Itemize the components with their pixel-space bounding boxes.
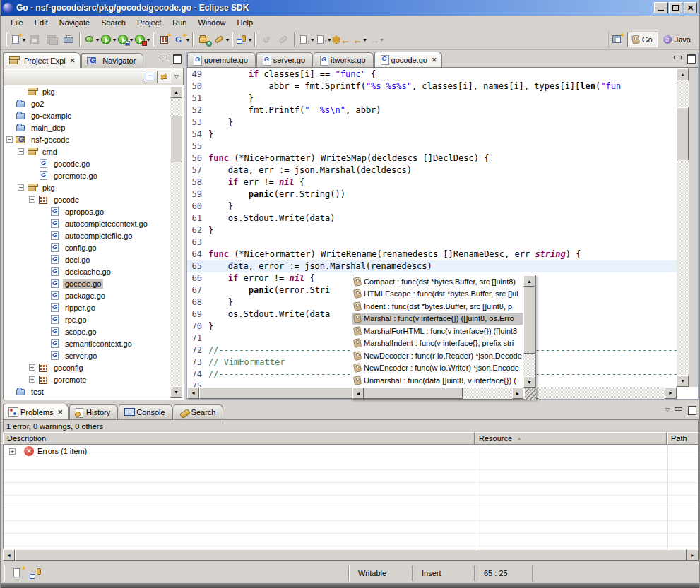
- tree-item-decl-go[interactable]: decl.go: [4, 253, 183, 265]
- annotation-status-icon[interactable]: [29, 567, 42, 580]
- tree-item-apropos-go[interactable]: apropos.go: [4, 205, 183, 217]
- popup-horizontal-scrollbar[interactable]: ◄ ►: [352, 388, 523, 399]
- open-perspective-button[interactable]: ✦: [610, 32, 625, 47]
- tree-item-goremote[interactable]: +goremote: [4, 373, 183, 385]
- scroll-down-icon[interactable]: ▼: [677, 375, 689, 387]
- code-line-49[interactable]: 49 if classes[i] == "func" {: [187, 68, 677, 80]
- refresh-button[interactable]: ↺: [259, 32, 274, 47]
- scroll-thumb[interactable]: [677, 107, 689, 160]
- completion-item[interactable]: MarshalForHTML : func(v interface{}) ([]…: [352, 325, 523, 337]
- close-icon[interactable]: ✕: [57, 409, 63, 416]
- title-bar[interactable]: Go - nsf-gocode/src/pkg/gocode/gocode.go…: [1, 0, 699, 16]
- expand-icon[interactable]: +: [29, 376, 35, 383]
- scroll-thumb[interactable]: [364, 388, 463, 399]
- save-button[interactable]: [27, 32, 42, 47]
- scroll-thumb[interactable]: [170, 116, 182, 162]
- tree-item-cmd[interactable]: −cmd: [4, 145, 183, 157]
- tree-item-scope-go[interactable]: scope.go: [4, 325, 183, 337]
- collapse-icon[interactable]: −: [6, 136, 13, 143]
- tree-item-go-example[interactable]: go-example: [4, 109, 183, 121]
- tree-item-autocompletefile-go[interactable]: autocompletefile.go: [4, 229, 183, 241]
- scroll-down-icon[interactable]: ▼: [170, 386, 182, 398]
- menu-help[interactable]: Help: [232, 17, 259, 28]
- minimize-editor-icon[interactable]: [673, 54, 682, 62]
- code-line-56[interactable]: 56func (*NiceFormatter) WriteSMap(declde…: [187, 152, 677, 164]
- completion-item[interactable]: NewDecoder : func(r io.Reader) *json.Dec…: [352, 349, 523, 362]
- completion-item[interactable]: Compact : func(dst *bytes.Buffer, src []…: [352, 275, 523, 288]
- minimize-view-icon[interactable]: [159, 54, 168, 62]
- collapse-icon[interactable]: −: [29, 196, 35, 203]
- open-resource-button[interactable]: [196, 32, 212, 47]
- scroll-left-icon[interactable]: ◄: [187, 387, 199, 399]
- completion-item[interactable]: Unmarshal : func(data []uint8, v interfa…: [352, 374, 523, 387]
- view-menu-icon[interactable]: ▽: [665, 407, 670, 413]
- collapse-all-icon[interactable]: [144, 73, 153, 81]
- collapse-icon[interactable]: −: [18, 148, 24, 155]
- table-row[interactable]: + ✕ Errors (1 item): [4, 445, 698, 457]
- expand-icon[interactable]: +: [29, 364, 35, 371]
- close-icon[interactable]: ✕: [70, 57, 76, 64]
- tree-item-gocode[interactable]: −gocode: [4, 193, 183, 205]
- collapse-icon[interactable]: −: [18, 184, 24, 191]
- scroll-down-icon[interactable]: ▼: [523, 376, 535, 388]
- maximize-view-icon[interactable]: [687, 406, 696, 414]
- code-line-59[interactable]: 59 panic(err.String()): [187, 188, 677, 200]
- scroll-up-icon[interactable]: ▲: [523, 275, 535, 287]
- view-menu-icon[interactable]: ▽: [174, 73, 179, 80]
- code-line-65[interactable]: 65 data, error := json.Marshal(renamedes…: [187, 260, 677, 272]
- perspective-go-button[interactable]: Go: [627, 32, 658, 47]
- completion-item[interactable]: MarshalIndent : func(v interface{}, pref…: [352, 337, 523, 350]
- tree-item-nsf-gocode[interactable]: −nsf-gocode: [4, 133, 183, 145]
- column-path[interactable]: Path: [667, 432, 699, 445]
- menu-project[interactable]: Project: [131, 17, 167, 28]
- maximize-editor-icon[interactable]: [687, 54, 696, 62]
- tree-item-test[interactable]: test: [4, 385, 183, 397]
- print-button[interactable]: [61, 32, 76, 47]
- back-button[interactable]: ←▾: [352, 32, 367, 47]
- run-history-button[interactable]: ▾: [117, 32, 133, 47]
- forward-button[interactable]: →▾: [369, 32, 384, 47]
- tree-item-main-dep[interactable]: main_dep: [4, 121, 183, 133]
- scroll-right-icon[interactable]: ►: [665, 387, 677, 399]
- completion-item[interactable]: HTMLEscape : func(dst *bytes.Buffer, src…: [352, 288, 523, 301]
- popup-resize-grip[interactable]: [525, 388, 536, 400]
- code-line-54[interactable]: 54}: [187, 128, 677, 140]
- annotation-toggle-button[interactable]: ▾: [236, 32, 251, 47]
- menu-edit[interactable]: Edit: [29, 17, 54, 28]
- minimize-button[interactable]: [654, 2, 668, 13]
- tab-navigator[interactable]: Navigator: [81, 53, 143, 68]
- code-line-55[interactable]: 55: [187, 140, 677, 152]
- menu-file[interactable]: File: [5, 17, 29, 28]
- tab-problems[interactable]: Problems✕: [3, 404, 69, 419]
- debug-button[interactable]: ▾: [83, 32, 99, 47]
- code-line-60[interactable]: 60 }: [187, 200, 677, 212]
- editor-tab-gocode-go[interactable]: gocode.go✕: [374, 52, 443, 67]
- new-package-button[interactable]: ✦: [157, 32, 172, 47]
- maximize-button[interactable]: [669, 2, 682, 13]
- previous-annotation-button[interactable]: ↑▾: [315, 32, 331, 47]
- editor-tab-goremote-go[interactable]: goremote.go: [187, 52, 256, 67]
- tab-console[interactable]: Console: [119, 404, 172, 419]
- tree-item-semanticcontext-go[interactable]: semanticcontext.go: [4, 337, 183, 349]
- menu-navigate[interactable]: Navigate: [54, 17, 95, 28]
- menu-run[interactable]: Run: [167, 17, 192, 28]
- maximize-view-icon[interactable]: [172, 54, 182, 62]
- close-button[interactable]: ✕: [684, 2, 697, 13]
- code-line-57[interactable]: 57 data, err := json.Marshal(decldescs): [187, 164, 677, 176]
- fast-view-icon[interactable]: ✦: [12, 567, 25, 580]
- scroll-thumb[interactable]: [15, 549, 687, 561]
- tree-item-goconfig[interactable]: +goconfig: [4, 361, 183, 373]
- tree-item-gocode-go[interactable]: gocode.go: [4, 277, 183, 289]
- code-line-52[interactable]: 52 fmt.Printf(" %s\n", abbr): [187, 104, 677, 116]
- tree-item-pkg[interactable]: −pkg: [4, 181, 183, 193]
- last-edit-location-button[interactable]: ✱←: [332, 32, 350, 47]
- scroll-right-icon[interactable]: ►: [512, 388, 523, 399]
- search-button[interactable]: ▾: [213, 32, 229, 47]
- scroll-left-icon[interactable]: ◄: [3, 549, 15, 561]
- popup-vertical-scrollbar[interactable]: ▲ ▼: [523, 275, 535, 388]
- menu-search[interactable]: Search: [95, 17, 131, 28]
- minimize-view-icon[interactable]: [674, 406, 683, 414]
- menu-window[interactable]: Window: [192, 17, 231, 28]
- run-button[interactable]: ▾: [100, 32, 116, 47]
- code-line-51[interactable]: 51 }: [187, 92, 677, 104]
